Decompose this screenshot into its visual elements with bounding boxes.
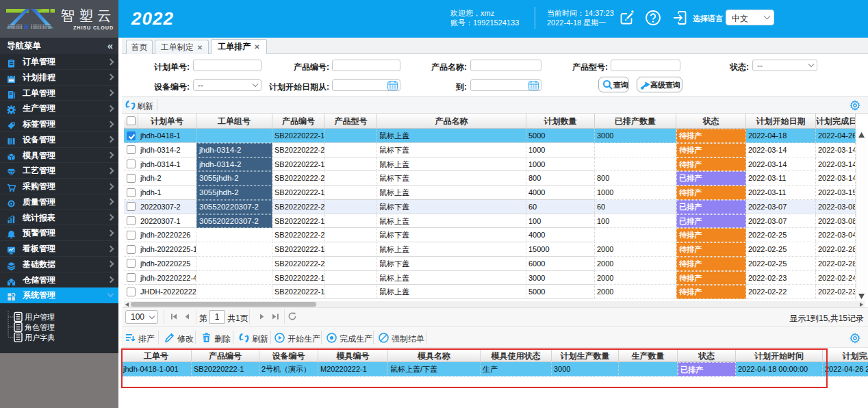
svg-text:智塑云: 智塑云 [61,8,116,23]
svg-text:ZHISU CLOUD: ZHISU CLOUD [73,25,114,31]
